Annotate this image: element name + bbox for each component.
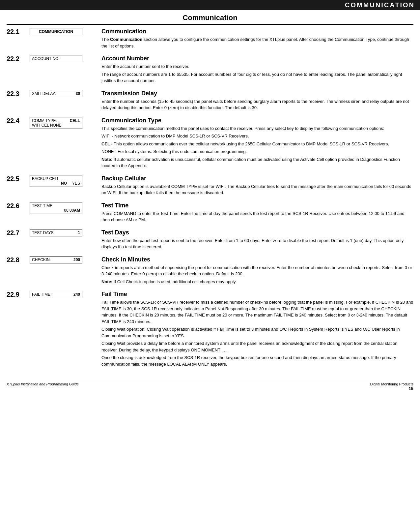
section-num-22-9: 22.9 [7,291,30,298]
section-para-22-9-0: Fail Time allows the SCS-1R or SCS-VR re… [101,299,413,325]
section-num-22-3: 22.3 [7,90,30,98]
xmit-delay-label: XMIT DELAY: [32,91,56,96]
section-text-22-5: Backup Cellular option is available if C… [101,183,413,196]
section-desc-22-5: Backup Cellular Backup Cellular option i… [101,175,413,197]
section-heading-22-9: Fail Time [101,291,413,298]
section-control-22-5: BACKUP CELL NO YES [30,175,96,187]
test-time-label: TEST TIME [32,203,80,208]
footer-right: Digital Monitoring Products 15 [370,382,413,391]
section-desc-22-6: Test Time Press COMMAND to enter the Tes… [101,202,413,225]
section-text-22-3: Enter the number of seconds (15 to 45 se… [101,98,413,111]
section-22-9: 22.9 FAIL TIME: 240 Fail Time Fail Time … [7,291,413,369]
comm-type-control[interactable]: COMM TYPE: CELL WIFI CEL NONE [30,117,82,129]
section-para-22-9-2: Closing Wait provides a delay time befor… [101,340,413,353]
section-para-22-2-1: The range of account numbers are 1 to 65… [101,71,413,84]
section-heading-22-8: Check In Minutes [101,256,413,263]
section-heading-22-6: Test Time [101,202,413,209]
backup-no-option: NO [61,181,67,186]
section-heading-22-1: Communication [101,28,413,35]
section-control-22-4: COMM TYPE: CELL WIFI CEL NONE [30,117,96,129]
account-no-label: ACCOUNT NO: [32,56,60,61]
section-control-22-8: CHECKIN: 200 [30,256,96,263]
section-control-22-2: ACCOUNT NO: [30,55,96,62]
section-para-22-2-0: Enter the account number sent to the rec… [101,63,413,70]
section-num-22-7: 22.7 [7,229,30,237]
section-text-22-7: Enter how often the panel test report is… [101,237,413,250]
test-time-control[interactable]: TEST TIME 00:00 AM [30,202,82,214]
section-para-22-9-1: Closing Wait operation: Closing Wait ope… [101,326,413,339]
section-num-22-1: 22.1 [7,28,30,36]
backup-yes-option: YES [72,181,80,186]
section-num-22-6: 22.6 [7,202,30,210]
backup-cell-control[interactable]: BACKUP CELL NO YES [30,175,82,187]
communication-button[interactable]: COMMUNICATION [30,28,82,35]
section-para-22-4-3: NONE - For local systems. Selecting this… [101,148,413,155]
test-time-ampm: AM [74,208,80,213]
section-text-22-2: Enter the account number sent to the rec… [101,63,413,84]
section-desc-22-3: Transmission Delay Enter the number of s… [101,90,413,112]
test-days-control[interactable]: TEST DAYS: 1 [30,229,82,236]
footer-left: XTLplus Installation and Programming Gui… [7,382,79,391]
section-heading-22-3: Transmission Delay [101,90,413,97]
section-22-2: 22.2 ACCOUNT NO: Account Number Enter th… [7,55,413,85]
test-time-value: 00:00 AM [32,208,80,213]
section-num-22-8: 22.8 [7,256,30,264]
section-desc-22-2: Account Number Enter the account number … [101,55,413,85]
account-no-control[interactable]: ACCOUNT NO: [30,55,82,62]
section-text-22-9: Fail Time allows the SCS-1R or SCS-VR re… [101,299,413,367]
checkin-control[interactable]: CHECKIN: 200 [30,256,82,263]
section-para-22-7-0: Enter how often the panel test report is… [101,237,413,250]
fail-time-label: FAIL TIME: [32,292,51,297]
section-heading-22-2: Account Number [101,55,413,62]
section-heading-22-5: Backup Cellular [101,175,413,182]
section-control-22-6: TEST TIME 00:00 AM [30,202,96,214]
comm-type-value: CELL [70,118,80,123]
page-footer: XTLplus Installation and Programming Gui… [0,380,420,393]
test-days-value: 1 [78,230,80,235]
section-para-22-4-2: CEL - This option allows communication o… [101,141,413,147]
xmit-delay-control[interactable]: XMIT DELAY: 30 [30,90,82,97]
section-desc-22-1: Communication The Communication section … [101,28,413,50]
content-area: 22.1 COMMUNICATION Communication The Com… [0,25,420,377]
section-para-22-4-0: This specifies the communication method … [101,125,413,132]
section-heading-22-7: Test Days [101,229,413,236]
section-heading-22-4: Communication Type [101,117,413,124]
section-control-22-9: FAIL TIME: 240 [30,291,96,298]
section-control-22-3: XMIT DELAY: 30 [30,90,96,97]
fail-time-value: 240 [73,292,80,297]
section-22-8: 22.8 CHECKIN: 200 Check In Minutes Check… [7,256,413,287]
fail-time-control[interactable]: FAIL TIME: 240 [30,291,82,298]
section-desc-22-7: Test Days Enter how often the panel test… [101,229,413,252]
section-para-22-4-1: WIFI - Network communication to DMP Mode… [101,133,413,139]
section-desc-22-9: Fail Time Fail Time allows the SCS-1R or… [101,291,413,369]
section-para-22-8-1: Note: If Cell Check-in option is used, a… [101,279,413,285]
section-num-22-4: 22.4 [7,117,30,125]
checkin-value: 200 [73,257,80,262]
page-title: Communication [7,10,413,25]
section-para-22-5-0: Backup Cellular option is available if C… [101,183,413,196]
section-num-22-2: 22.2 [7,55,30,63]
footer-page: 15 [370,386,413,391]
comm-type-label: COMM TYPE: [32,118,57,123]
section-para-22-8-0: Check-in reports are a method of supervi… [101,264,413,277]
section-22-6: 22.6 TEST TIME 00:00 AM Test Time Press … [7,202,413,225]
section-num-22-5: 22.5 [7,175,30,183]
section-desc-22-8: Check In Minutes Check-in reports are a … [101,256,413,287]
section-22-5: 22.5 BACKUP CELL NO YES Backup Cellular … [7,175,413,197]
checkin-label: CHECKIN: [32,257,51,262]
section-22-4: 22.4 COMM TYPE: CELL WIFI CEL NONE Commu… [7,117,413,170]
section-para-22-1-0: The Communication section allows you to … [101,36,413,49]
section-22-3: 22.3 XMIT DELAY: 30 Transmission Delay E… [7,90,413,112]
backup-cell-label: BACKUP CELL [32,176,80,181]
backup-cell-options: NO YES [32,181,80,186]
section-para-22-9-3: Once the closing is acknowledged from th… [101,354,413,367]
xmit-delay-value: 30 [76,91,80,96]
section-text-22-6: Press COMMAND to enter the Test Time. En… [101,210,413,223]
section-desc-22-4: Communication Type This specifies the co… [101,117,413,170]
section-para-22-6-0: Press COMMAND to enter the Test Time. En… [101,210,413,223]
section-text-22-1: The Communication section allows you to … [101,36,413,49]
section-text-22-8: Check-in reports are a method of supervi… [101,264,413,285]
section-para-22-4-4: Note: If automatic cellular activation i… [101,156,413,169]
test-days-label: TEST DAYS: [32,230,55,235]
section-22-7: 22.7 TEST DAYS: 1 Test Days Enter how of… [7,229,413,252]
